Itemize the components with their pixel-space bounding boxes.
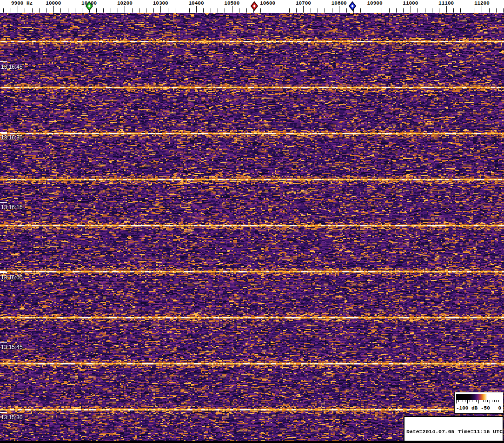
colorbar-tick [458,400,459,402]
freq-tick [146,8,146,13]
colorbar-label-min: -100 dB [456,405,477,411]
freq-tick [118,8,118,13]
freq-tick [389,8,390,13]
colorbar-tick [490,400,490,403]
freq-label: 10300 [153,0,168,6]
freq-tick [3,8,4,13]
freq-tick [275,8,275,13]
freq-tick [160,6,161,13]
freq-label: 11100 [438,0,454,6]
colorbar-tick [476,400,477,402]
freq-tick [382,8,382,13]
freq-tick [132,8,133,13]
freq-tick [482,6,482,13]
colorbar-labels: -100 dB -50 0 [455,404,503,413]
freq-tick [39,8,40,13]
frequency-axis: 9900 Hz100001010010200103001040010500106… [0,0,504,13]
freq-tick [311,8,311,13]
freq-tick [111,8,111,13]
freq-tick [368,8,368,13]
colorbar-gradient [456,394,501,400]
freq-tick [18,6,18,13]
colorbar-tick [487,400,488,402]
colorbar-tick [492,400,492,402]
freq-tick [260,8,261,13]
colorbar-tick [485,400,485,402]
freq-tick [268,6,268,13]
freq-label: 10700 [296,0,311,6]
freq-tick [175,8,175,13]
freq-tick [239,8,239,13]
colorbar-tick [467,400,468,403]
freq-tick [339,6,339,13]
colorbar-tick [472,400,472,402]
freq-tick [225,8,225,13]
spectrogram-waterfall [0,13,504,443]
colorbar-tick [501,400,501,403]
colorbar-tick [463,400,463,402]
freq-tick [53,6,54,13]
time-tick [0,132,7,133]
info-date-time: Date=2014-07-05 Time=11:16 UTC [406,429,503,435]
freq-tick [11,8,11,13]
freq-tick [182,8,182,13]
freq-tick [446,6,447,13]
freq-tick [432,8,432,13]
freq-tick [439,8,439,13]
freq-tick [418,8,418,13]
time-tick [0,342,7,343]
marker-red-diamond[interactable] [249,0,259,13]
time-label: 13:16:15 [1,204,23,211]
freq-tick [375,6,375,13]
colorbar-tick [461,400,461,402]
freq-tick [460,8,461,13]
freq-tick [168,8,168,13]
colorbar-tick [456,400,457,403]
marker-green-diamond[interactable] [84,0,94,13]
freq-tick [289,8,290,13]
time-tick [0,272,7,273]
freq-tick [453,8,454,13]
freq-tick [211,8,211,13]
freq-tick [82,8,82,13]
colorbar-ruler [456,400,501,404]
freq-tick [496,8,497,13]
freq-tick [139,8,139,13]
freq-tick [25,8,25,13]
colorbar-tick [483,400,484,402]
freq-tick [68,8,68,13]
freq-label: 10400 [188,0,204,6]
observation-info-box: Date=2014-07-05 Time=11:16 UTC Freq=143 … [404,416,504,442]
colorbar-tick [498,400,499,402]
freq-tick [403,8,404,13]
freq-tick [425,8,425,13]
freq-tick [75,8,75,13]
freq-label: 10500 [224,0,239,6]
freq-tick [503,8,504,13]
freq-label: 11200 [474,0,490,6]
freq-tick [103,8,104,13]
spectrogram-view: 9900 Hz100001010010200103001040010500106… [0,0,504,443]
freq-tick [153,8,154,13]
colorbar-tick [474,400,474,402]
freq-tick [246,8,247,13]
marker-blue-diamond[interactable] [347,0,358,13]
colorbar-tick [494,400,495,402]
freq-label: 11000 [403,0,418,6]
freq-tick [332,8,332,13]
freq-tick [475,8,475,13]
colorbar-tick [496,400,497,402]
freq-tick [232,6,232,13]
colorbar-tick [465,400,465,402]
time-tick [0,202,7,203]
colorbar-tick [481,400,481,402]
freq-label: 10900 [367,0,382,6]
freq-tick [296,8,297,13]
freq-tick [360,8,361,13]
freq-tick [325,8,325,13]
freq-label: 10200 [117,0,133,6]
freq-label: 9900 Hz [11,0,33,6]
freq-tick [196,6,197,13]
colorbar-tick [470,400,470,402]
freq-tick [318,8,318,13]
